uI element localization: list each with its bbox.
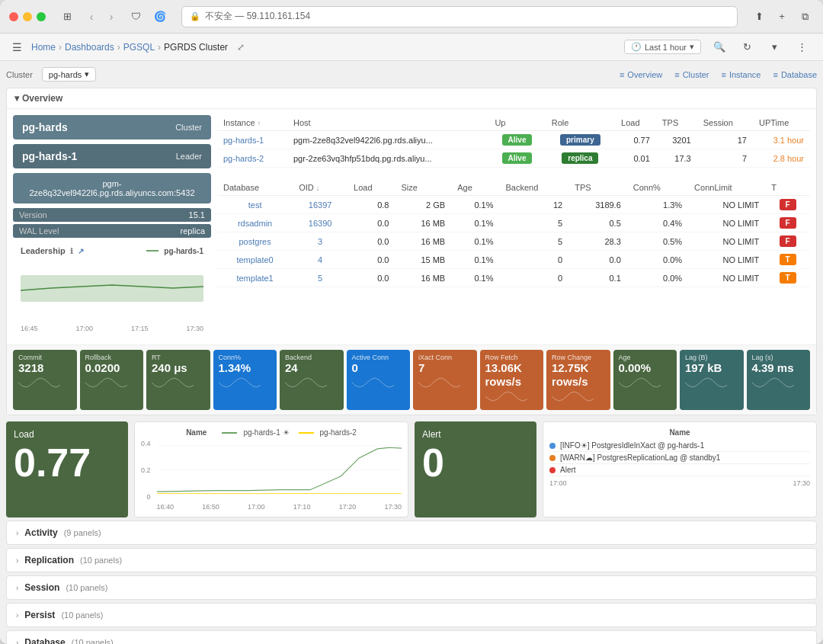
- x-axis-labels: 16:40 16:50 17:00 17:10 17:20 17:30: [157, 503, 402, 511]
- tab-instance[interactable]: ≡ Instance: [721, 70, 761, 79]
- load-panel: Load 0.77: [6, 421, 128, 517]
- metric-card-ixact-conn[interactable]: iXact Conn 7: [413, 350, 477, 410]
- alert-value: 0: [422, 443, 529, 482]
- collapsible-replication[interactable]: › Replication (10 panels): [6, 548, 817, 572]
- hamburger-icon[interactable]: ☰: [12, 41, 22, 53]
- breadcrumb-dashboards[interactable]: Dashboards: [65, 42, 114, 53]
- external-link-icon[interactable]: ↗: [78, 247, 84, 255]
- metric-card-row-fetch[interactable]: Row Fetch 13.06K rows/s: [480, 350, 544, 410]
- time-range-label: Last 1 hour: [645, 43, 687, 52]
- chevron-down-icon[interactable]: ▾: [765, 38, 783, 56]
- alert-table: [INFO☀] PostgresIdleInXact @ pg-hards-1 …: [549, 440, 810, 476]
- alert-legend-title: Name: [549, 428, 810, 437]
- breadcrumb: Home › Dashboards › PGSQL › PGRDS Cluste…: [31, 42, 621, 53]
- metric-card-row-change[interactable]: Row Change 12.75K rows/s: [546, 350, 610, 410]
- db-age: 0.1%: [451, 196, 499, 214]
- refresh-icon[interactable]: ↻: [738, 38, 756, 56]
- minimize-button[interactable]: [23, 12, 32, 21]
- section-label: Persist: [24, 610, 55, 620]
- back-arrow-icon[interactable]: ‹: [82, 8, 101, 26]
- collapsible-database[interactable]: › Database (10 panels): [6, 630, 817, 644]
- db-oid[interactable]: 16397: [293, 196, 347, 214]
- metric-card-age[interactable]: Age 0.00%: [613, 350, 677, 410]
- share-icon[interactable]: ⬆: [750, 8, 768, 26]
- db-tps: 0.0: [568, 251, 627, 269]
- db-conn-limit: NO LIMIT: [688, 214, 765, 232]
- db-size: 16 MB: [395, 269, 451, 287]
- wal-label: WAL Level: [19, 226, 59, 235]
- y-label-1: 0.2: [141, 466, 151, 474]
- metric-card-lag--s-[interactable]: Lag (s) 4.39 ms: [747, 350, 811, 410]
- new-tab-icon[interactable]: +: [773, 8, 791, 26]
- metric-chart: [418, 375, 464, 390]
- shield-icon: 🛡: [126, 8, 145, 26]
- y-label-0: 0.4: [141, 440, 151, 447]
- db-oid[interactable]: 16390: [293, 214, 347, 232]
- metric-value: 7: [418, 361, 472, 375]
- overview-header[interactable]: ▾ Overview: [7, 88, 816, 109]
- db-name[interactable]: postgres: [217, 232, 293, 251]
- db-backend: 0: [500, 251, 569, 269]
- section-label: Database: [24, 637, 65, 644]
- instance-name[interactable]: pg-hards-1: [217, 131, 287, 149]
- share-icon[interactable]: ⤢: [237, 42, 245, 53]
- metric-card-commit[interactable]: Commit 3218: [13, 350, 77, 410]
- load-chart-panel: Name pg-hards-1 ☀ pg-hards-2 0.4 0.2 0: [134, 421, 408, 517]
- cluster-label: Cluster: [6, 70, 33, 79]
- collapsible-session[interactable]: › Session (10 panels): [6, 575, 817, 600]
- metric-card-backend[interactable]: Backend 24: [280, 350, 344, 410]
- address-bar[interactable]: 🔒 不安全 — 59.110.161.154: [181, 6, 738, 27]
- db-t: T: [765, 251, 810, 269]
- metrics-bar: Commit 3218 Rollback 0.0200 RT 240 μs Co…: [7, 344, 816, 415]
- metric-value: 197 kB: [685, 361, 738, 375]
- tab-overview[interactable]: ≡ Overview: [620, 70, 662, 79]
- instance-tps: 3201: [656, 131, 697, 149]
- version-value: 15.1: [189, 210, 205, 219]
- metric-card-rt[interactable]: RT 240 μs: [146, 350, 210, 410]
- tab-cluster[interactable]: ≡ Cluster: [674, 70, 709, 79]
- sidebar-toggle-icon[interactable]: ⊞: [58, 8, 76, 26]
- metric-card-rollback[interactable]: Rollback 0.0200: [80, 350, 144, 410]
- maximize-button[interactable]: [37, 12, 46, 21]
- alert-label: Alert: [422, 429, 529, 440]
- time-range-selector[interactable]: 🕐 Last 1 hour ▾: [624, 40, 701, 54]
- expand-icon: ›: [16, 556, 18, 565]
- alert-text: [INFO☀] PostgresIdleInXact @ pg-hards-1: [560, 441, 704, 450]
- db-oid[interactable]: 3: [293, 232, 347, 251]
- tabs-icon[interactable]: ⧉: [796, 8, 814, 26]
- legend-title: Name: [186, 428, 207, 437]
- breadcrumb-home[interactable]: Home: [31, 42, 56, 53]
- db-oid[interactable]: 4: [293, 251, 347, 269]
- alert-text: [WARN☁] PostgresReplicationLag @ standby…: [560, 453, 720, 462]
- cluster-dropdown[interactable]: pg-hards ▾: [42, 67, 96, 82]
- metric-value: 0: [352, 361, 405, 375]
- metric-card-conn-[interactable]: Conn% 1.34%: [213, 350, 277, 410]
- instance-name[interactable]: pg-hards-2: [217, 149, 287, 168]
- collapsible-activity[interactable]: › Activity (9 panels): [6, 521, 817, 545]
- db-name[interactable]: test: [217, 196, 293, 214]
- col-load: Load: [615, 115, 656, 131]
- x-time-5: 17:30: [384, 503, 402, 511]
- close-button[interactable]: [9, 12, 18, 21]
- db-col-age: Age: [451, 180, 499, 196]
- tab-database[interactable]: ≡ Database: [773, 70, 817, 79]
- forward-arrow-icon[interactable]: ›: [102, 8, 120, 26]
- right-panel: Instance ↑ Host Up Role Load TPS Session…: [217, 115, 810, 338]
- breadcrumb-pgsql[interactable]: PGSQL: [123, 42, 155, 53]
- zoom-icon[interactable]: 🔍: [710, 38, 729, 56]
- db-load: 0.0: [347, 232, 395, 251]
- db-name[interactable]: template0: [217, 251, 293, 269]
- arrow-down-icon: ▾: [14, 93, 19, 104]
- db-col-tps: TPS: [568, 180, 627, 196]
- db-name[interactable]: rdsadmin: [217, 214, 293, 232]
- metric-card-lag--b-[interactable]: Lag (B) 197 kB: [680, 350, 744, 410]
- db-name[interactable]: template1: [217, 269, 293, 287]
- metric-card-active-conn[interactable]: Active Conn 0: [347, 350, 411, 410]
- chart-time-labels: 16:45 17:00 17:15 17:30: [21, 325, 203, 332]
- chart-with-axis: 0.4 0.2 0: [141, 440, 402, 511]
- collapsible-persist[interactable]: › Persist (10 panels): [6, 603, 817, 627]
- metric-label: Conn%: [219, 354, 272, 361]
- db-oid[interactable]: 5: [293, 269, 347, 287]
- menu-icon[interactable]: ⋮: [793, 38, 811, 56]
- navbar: ☰ Home › Dashboards › PGSQL › PGRDS Clus…: [0, 34, 823, 61]
